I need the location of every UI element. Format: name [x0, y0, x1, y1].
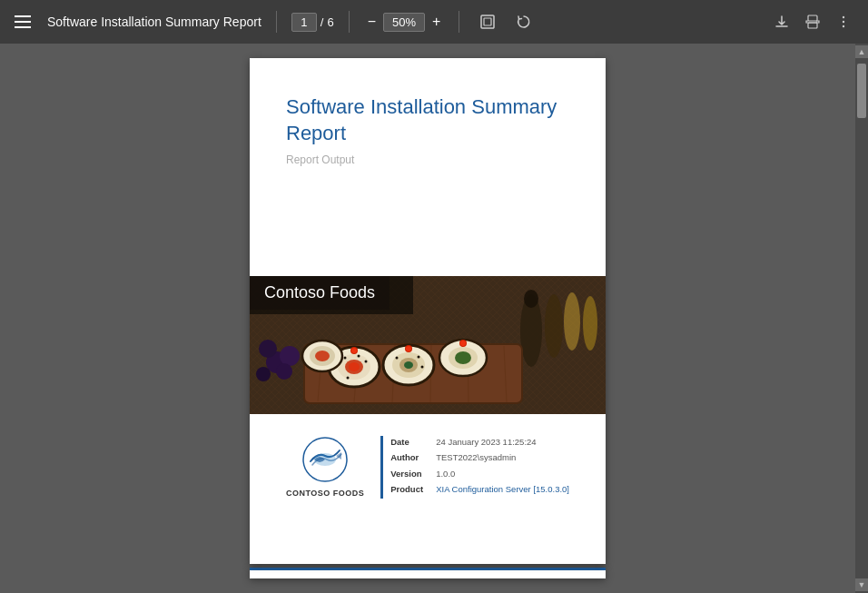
cover-title: Software Installation Summary Report — [286, 94, 569, 146]
pdf-page-2-glimpse — [250, 568, 606, 578]
cover-subtitle: Report Output — [286, 153, 569, 166]
meta-product-row: Product XIA Configuration Server [15.0.3… — [390, 483, 569, 496]
pdf-scroll-area[interactable]: Software Installation Summary Report Rep… — [0, 44, 855, 593]
svg-point-7 — [843, 25, 844, 27]
svg-point-40 — [404, 361, 413, 369]
document-title: Software Installation Summary Report — [47, 15, 261, 29]
zoom-out-button[interactable]: − — [364, 13, 380, 31]
meta-version-val: 1.0.0 — [436, 468, 455, 480]
cover-bottom: CONTOSO FOODS Date 24 January 2023 11:25… — [250, 414, 606, 564]
download-button[interactable] — [768, 10, 795, 34]
scroll-down-button[interactable]: ▼ — [855, 578, 868, 591]
rotate-button[interactable] — [510, 10, 538, 34]
svg-point-14 — [545, 294, 563, 358]
logo-area: CONTOSO FOODS — [286, 436, 364, 498]
svg-point-44 — [418, 356, 420, 359]
cover-top: Software Installation Summary Report Rep… — [250, 58, 606, 276]
svg-rect-1 — [484, 18, 491, 25]
more-icon — [835, 14, 852, 30]
meta-product-key: Product — [390, 483, 430, 496]
print-button[interactable] — [799, 10, 826, 34]
scroll-up-icon: ▲ — [858, 48, 866, 56]
meta-author-key: Author — [390, 451, 430, 464]
toolbar: Software Installation Summary Report / 6… — [0, 0, 868, 44]
download-icon — [774, 14, 790, 30]
separator-2 — [349, 11, 350, 33]
meta-author-val: TEST2022\sysadmin — [436, 451, 516, 464]
page-total: 6 — [327, 15, 333, 29]
svg-point-30 — [344, 357, 347, 360]
svg-point-16 — [583, 296, 597, 351]
toolbar-right — [768, 10, 857, 34]
scroll-track[interactable] — [855, 60, 868, 577]
meta-date-key: Date — [390, 436, 430, 449]
svg-point-45 — [421, 366, 424, 369]
banner-label: Contoso Foods — [250, 276, 390, 310]
scroll-down-icon: ▼ — [858, 581, 866, 589]
svg-point-57 — [280, 346, 300, 366]
main-area: Software Installation Summary Report Rep… — [0, 44, 868, 593]
rotate-icon — [516, 14, 532, 30]
svg-rect-0 — [481, 15, 494, 28]
svg-point-33 — [347, 377, 350, 380]
svg-point-60 — [256, 367, 271, 381]
svg-point-31 — [358, 355, 360, 358]
scroll-up-button[interactable]: ▲ — [855, 45, 868, 58]
svg-point-5 — [843, 16, 844, 18]
svg-point-53 — [455, 351, 471, 364]
svg-point-6 — [843, 21, 844, 23]
separator-3 — [459, 11, 459, 33]
svg-point-49 — [315, 351, 330, 361]
svg-point-42 — [406, 346, 411, 351]
page-indicator: / 6 — [291, 13, 334, 32]
meta-version-key: Version — [390, 468, 430, 480]
svg-point-43 — [396, 357, 399, 360]
svg-point-59 — [276, 363, 292, 380]
svg-point-15 — [564, 292, 580, 351]
pdf-page-1: Software Installation Summary Report Rep… — [250, 58, 606, 564]
scrollbar: ▲ ▼ — [855, 44, 868, 593]
meta-version-row: Version 1.0.0 — [390, 468, 569, 480]
logo-label: CONTOSO FOODS — [286, 489, 364, 498]
fit-icon — [479, 14, 496, 30]
print-icon — [804, 14, 821, 30]
svg-point-13 — [524, 290, 538, 308]
more-options-button[interactable] — [830, 10, 857, 34]
svg-point-29 — [349, 362, 360, 371]
meta-date-val: 24 January 2023 11:25:24 — [436, 436, 536, 449]
svg-point-58 — [259, 340, 277, 358]
company-logo — [301, 436, 349, 483]
svg-rect-3 — [808, 23, 817, 28]
zoom-control: − 50% + — [364, 13, 445, 32]
page-number-input[interactable] — [291, 13, 317, 32]
svg-point-35 — [351, 348, 357, 353]
scroll-thumb[interactable] — [857, 64, 866, 118]
svg-rect-2 — [808, 15, 817, 21]
meta-product-val: XIA Configuration Server [15.0.3.0] — [436, 483, 569, 496]
meta-author-row: Author TEST2022\sysadmin — [390, 451, 569, 464]
zoom-in-button[interactable]: + — [429, 13, 444, 31]
svg-point-55 — [460, 341, 466, 346]
page-separator: / — [321, 15, 324, 29]
meta-table: Date 24 January 2023 11:25:24 Author TES… — [380, 436, 569, 499]
zoom-value: 50% — [383, 13, 425, 32]
svg-point-32 — [365, 361, 368, 363]
menu-icon[interactable] — [11, 12, 35, 32]
separator-1 — [276, 11, 277, 33]
svg-point-4 — [816, 21, 818, 23]
sushi-banner: Contoso Foods — [250, 276, 606, 414]
fit-page-button[interactable] — [474, 10, 501, 34]
meta-date-row: Date 24 January 2023 11:25:24 — [390, 436, 569, 449]
